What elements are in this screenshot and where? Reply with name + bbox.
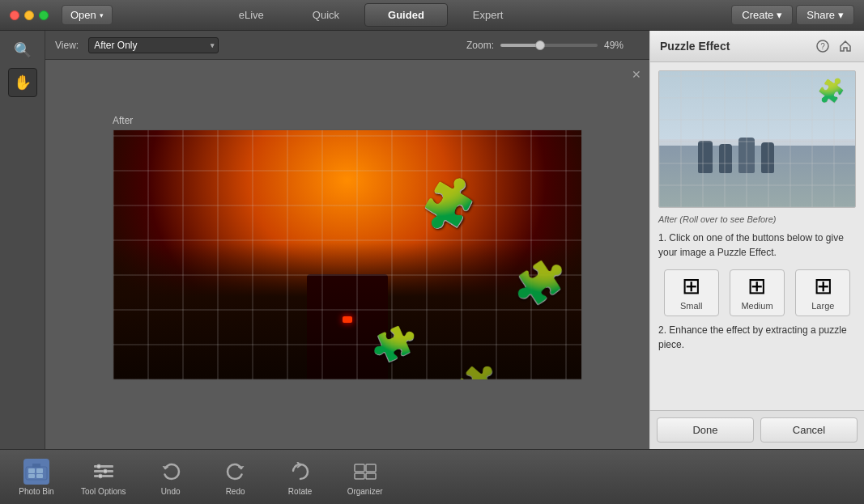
small-puzzle-label: Small — [680, 301, 703, 311]
hand-icon: ✋ — [14, 74, 32, 91]
svg-rect-15 — [355, 464, 364, 472]
svg-point-13 — [98, 474, 102, 478]
svg-rect-17 — [355, 473, 364, 479]
right-panel: Puzzle Effect ? — [649, 31, 864, 449]
large-puzzle-button[interactable]: ⊞ Large — [795, 269, 850, 316]
tab-guided[interactable]: Guided — [364, 3, 448, 27]
tool-options-icon — [91, 459, 117, 485]
view-label: View: — [55, 40, 79, 51]
undo-icon — [158, 459, 184, 485]
image-container: After 🧩 🧩 🧩 🧩 — [113, 129, 582, 380]
panel-footer: Done Cancel — [650, 410, 864, 449]
preview-image: 🧩 — [658, 70, 856, 208]
canvas-toolbar: View: After Only Before Only Before & Af… — [45, 31, 649, 60]
tool-options-label: Tool Options — [81, 487, 126, 496]
panel-header: Puzzle Effect ? — [650, 31, 864, 62]
photo-bin-label: Photo Bin — [19, 487, 53, 496]
large-puzzle-label: Large — [811, 301, 834, 311]
rotate-tool[interactable]: Rotate — [280, 459, 321, 496]
close-canvas-button[interactable]: ✕ — [632, 68, 641, 81]
hand-tool[interactable]: ✋ — [8, 68, 37, 97]
rotate-label: Rotate — [288, 487, 312, 496]
tool-options-tool[interactable]: Tool Options — [81, 459, 126, 496]
redo-label: Redo — [226, 487, 245, 496]
preview-puzzle-piece: 🧩 — [815, 75, 847, 107]
tab-quick[interactable]: Quick — [289, 3, 363, 27]
small-puzzle-button[interactable]: ⊞ Small — [664, 269, 719, 316]
after-label: After — [113, 115, 133, 126]
svg-text:?: ? — [820, 42, 825, 51]
medium-puzzle-label: Medium — [741, 301, 772, 311]
svg-rect-10 — [94, 475, 113, 477]
view-select-wrapper: After Only Before Only Before & After Ho… — [88, 37, 219, 53]
svg-rect-5 — [28, 474, 35, 478]
view-select[interactable]: After Only Before Only Before & After Ho… — [88, 37, 219, 53]
right-actions: Create ▾ Share ▾ — [731, 5, 854, 25]
medium-puzzle-button[interactable]: ⊞ Medium — [730, 269, 785, 316]
rotate-icon — [287, 459, 313, 485]
minimize-window-button[interactable] — [24, 11, 34, 20]
step2-instructions: 2. Enhance the effect by extracting a pu… — [658, 323, 856, 352]
floating-puzzle-piece-2: 🧩 — [510, 256, 568, 311]
puzzle-image: 🧩 🧩 🧩 🧩 — [113, 129, 582, 380]
left-toolbar: 🔍 ✋ — [0, 31, 45, 449]
panel-title: Puzzle Effect — [660, 40, 730, 53]
done-button[interactable]: Done — [657, 417, 754, 443]
redo-tool[interactable]: Redo — [215, 459, 256, 496]
zoom-percent: 49% — [604, 40, 624, 51]
photo-bin-icon — [23, 459, 49, 485]
zoom-area: Zoom: 49% — [466, 40, 624, 51]
create-button[interactable]: Create ▾ — [731, 5, 793, 25]
redo-icon — [223, 459, 249, 485]
svg-rect-4 — [36, 468, 43, 473]
zoom-icon: 🔍 — [14, 41, 32, 59]
medium-puzzle-icon: ⊞ — [747, 275, 766, 298]
step1-instructions: 1. Click on one of the buttons below to … — [658, 231, 856, 260]
open-caret-icon: ▾ — [100, 11, 104, 19]
small-puzzle-icon: ⊞ — [682, 275, 700, 298]
cancel-button[interactable]: Cancel — [760, 417, 858, 443]
large-puzzle-icon: ⊞ — [814, 275, 832, 298]
svg-point-12 — [103, 469, 107, 473]
svg-rect-6 — [36, 474, 43, 478]
svg-rect-16 — [366, 464, 376, 472]
zoom-slider[interactable] — [500, 44, 598, 47]
tab-elive[interactable]: eLive — [215, 3, 287, 27]
svg-rect-7 — [32, 464, 40, 468]
svg-rect-3 — [28, 468, 35, 473]
svg-point-11 — [96, 464, 100, 468]
zoom-tool[interactable]: 🔍 — [8, 36, 37, 65]
zoom-label: Zoom: — [466, 40, 494, 51]
panel-body: 🧩 After (Roll over to see Before) 1. Cli… — [650, 62, 864, 410]
bottom-toolbar: Photo Bin Tool Options Undo — [0, 449, 864, 504]
roll-over-label: After (Roll over to see Before) — [658, 214, 856, 224]
traffic-lights — [10, 11, 49, 20]
open-button[interactable]: Open ▾ — [62, 5, 113, 25]
maximize-window-button[interactable] — [39, 11, 49, 20]
title-bar: Open ▾ eLive Quick Guided Expert Create … — [0, 0, 864, 31]
svg-rect-18 — [366, 473, 376, 479]
close-window-button[interactable] — [10, 11, 19, 20]
tab-expert[interactable]: Expert — [449, 3, 527, 27]
photo-bin-tool[interactable]: Photo Bin — [16, 459, 57, 496]
nav-tabs: eLive Quick Guided Expert — [215, 3, 528, 27]
panel-help-icon[interactable]: ? — [814, 37, 832, 55]
main-area: 🔍 ✋ View: After Only Before Only Before … — [0, 31, 864, 449]
panel-home-icon[interactable] — [836, 37, 854, 55]
panel-header-icons: ? — [814, 37, 854, 55]
create-caret-icon: ▾ — [777, 9, 782, 21]
organizer-icon — [352, 459, 378, 485]
undo-tool[interactable]: Undo — [151, 459, 191, 496]
organizer-label: Organizer — [347, 487, 383, 496]
organizer-tool[interactable]: Organizer — [345, 459, 385, 496]
undo-label: Undo — [161, 487, 181, 496]
puzzle-grid-overlay — [113, 130, 581, 379]
canvas-content: ✕ After 🧩 🧩 🧩 🧩 — [45, 60, 649, 449]
canvas-area: View: After Only Before Only Before & Af… — [45, 31, 649, 449]
puzzle-size-row: ⊞ Small ⊞ Medium ⊞ Large — [658, 269, 856, 316]
share-caret-icon: ▾ — [838, 9, 844, 21]
share-button[interactable]: Share ▾ — [796, 5, 854, 25]
